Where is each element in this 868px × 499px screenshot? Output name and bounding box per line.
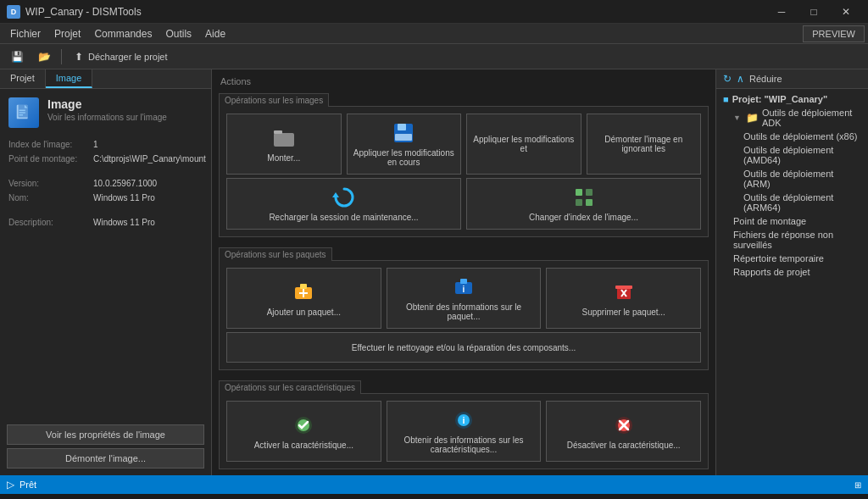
svg-rect-10 <box>395 134 412 141</box>
mount-label: Point de montage: <box>8 154 93 164</box>
desactiver-caract-button[interactable]: Désactiver la caractéristique... <box>546 401 701 462</box>
tab-image[interactable]: Image <box>46 69 93 88</box>
recharger-button[interactable]: Recharger la session de maintenance... <box>226 178 461 230</box>
appliquer-et-button[interactable]: Appliquer les modifications et <box>466 114 581 175</box>
packages-section-title: Opérations sur les paquets <box>219 247 332 261</box>
unmount-button[interactable]: Démonter l'image... <box>7 448 204 469</box>
svg-text:i: i <box>463 285 465 294</box>
tree-adk-arm-label: Outils de déploiement (ARM) <box>743 169 861 189</box>
tree-response-files[interactable]: Fichiers de réponse non surveillés <box>716 228 868 252</box>
decharger-button[interactable]: ⬆ Décharger le projet <box>67 47 173 66</box>
collapse-icon: ∧ <box>737 73 744 85</box>
svg-rect-7 <box>274 130 282 134</box>
tab-projet[interactable]: Projet <box>0 69 46 88</box>
demonter-ignorer-label: Démonter l'image en ignorant les <box>593 135 696 153</box>
features-row-1: Activer la caractéristique... i Obtenir … <box>226 401 701 462</box>
tree-adk-amd64-label: Outils de déploiement (AMD64) <box>743 145 861 165</box>
features-section-title: Opérations sur les caractéristiques <box>219 380 361 394</box>
properties-button[interactable]: Voir les propriétés de l'image <box>7 424 204 445</box>
tree-temp-dir-label: Répertoire temporaire <box>733 253 824 263</box>
changer-index-button[interactable]: Changer d'index de l'image... <box>466 178 701 230</box>
close-button[interactable]: ✕ <box>831 0 861 24</box>
svg-rect-15 <box>586 199 593 206</box>
info-sep-1 <box>8 169 203 179</box>
info-paquet-label: Obtenir des informations sur le paquet..… <box>392 302 536 321</box>
mount-value: C:\dtprojs\WIP_Canary\mount <box>93 154 206 164</box>
project-tree: ■ Projet: "WIP_Canary" ▼ 📁 Outils de dép… <box>716 89 868 475</box>
tree-mount-point[interactable]: Point de montage <box>716 214 868 228</box>
images-row-1: Monter... Appliquer les modifications en… <box>226 114 701 175</box>
tree-adk-arm64[interactable]: Outils de déploiement (ARM64) <box>716 191 868 214</box>
tree-root-label: Projet: "WIP_Canary" <box>732 94 828 104</box>
maximize-button[interactable]: □ <box>798 0 829 24</box>
images-section-title: Opérations sur les images <box>219 93 329 107</box>
menu-projet[interactable]: Projet <box>47 25 87 42</box>
demonter-ignorer-button[interactable]: Démonter l'image en ignorant les <box>587 114 702 175</box>
monter-button[interactable]: Monter... <box>226 114 342 175</box>
features-section: Opérations sur les caractéristiques Acti… <box>219 380 709 469</box>
menu-aide[interactable]: Aide <box>198 25 232 42</box>
tree-mount-point-label: Point de montage <box>733 216 806 226</box>
info-paquet-button[interactable]: i Obtenir des informations sur le paquet… <box>387 268 542 329</box>
reduire-label: Réduire <box>749 74 782 84</box>
tree-response-files-label: Fichiers de réponse non surveillés <box>733 230 861 250</box>
tree-adk-arm[interactable]: Outils de déploiement (ARM) <box>716 167 868 191</box>
name-row: Nom: Windows 11 Pro <box>8 193 203 202</box>
title-bar: D WIP_Canary - DISMTools ─ □ ✕ <box>0 0 868 24</box>
appliquer-cours-button[interactable]: Appliquer les modifications en cours <box>347 114 462 175</box>
image-title-block: Image Voir les informations sur l'image <box>47 97 167 122</box>
save-icon: 💾 <box>10 50 24 64</box>
nettoyage-button[interactable]: Effectuer le nettoyage et/ou la réparati… <box>226 332 701 363</box>
version-row: Version: 10.0.25967.1000 <box>8 179 203 188</box>
menu-bar: Fichier Projet Commandes Outils Aide PRE… <box>0 24 868 44</box>
tree-adk-amd64[interactable]: Outils de déploiement (AMD64) <box>716 143 868 167</box>
minimize-button[interactable]: ─ <box>766 0 797 24</box>
info-caract-button[interactable]: i Obtenir des informations sur les carac… <box>387 401 542 462</box>
toolbar-save-icon-btn[interactable]: 💾 <box>5 47 29 66</box>
index-value: 1 <box>93 140 98 149</box>
tree-project-reports-label: Rapports de projet <box>733 267 810 277</box>
images-section: Opérations sur les images Monter... Appl… <box>219 93 709 237</box>
svg-marker-11 <box>332 192 339 197</box>
tree-root-icon: ■ <box>723 94 729 104</box>
menu-fichier[interactable]: Fichier <box>3 25 47 42</box>
preview-button[interactable]: PREVIEW <box>803 25 865 42</box>
images-row-2: Recharger la session de maintenance... C… <box>226 178 701 230</box>
svg-rect-21 <box>460 279 467 284</box>
menu-outils[interactable]: Outils <box>159 25 198 42</box>
desc-row: Description: Windows 11 Pro <box>8 218 203 227</box>
svg-rect-14 <box>576 199 582 206</box>
desc-value: Windows 11 Pro <box>93 218 155 227</box>
tree-root[interactable]: ■ Projet: "WIP_Canary" <box>716 92 868 106</box>
ajouter-paquet-label: Ajouter un paquet... <box>267 308 341 317</box>
menu-commandes[interactable]: Commandes <box>87 25 159 42</box>
info-sep-2 <box>8 208 203 218</box>
mount-row: Point de montage: C:\dtprojs\WIP_Canary\… <box>8 154 203 164</box>
deactivate-icon <box>612 413 636 437</box>
tree-adk[interactable]: ▼ 📁 Outils de déploiement ADK <box>716 106 868 130</box>
supprimer-paquet-button[interactable]: Supprimer le paquet... <box>546 268 701 329</box>
ajouter-paquet-button[interactable]: Ajouter un paquet... <box>226 268 381 329</box>
tree-temp-dir[interactable]: Répertoire temporaire <box>716 252 868 265</box>
right-panel: ↻ ∧ Réduire ■ Projet: "WIP_Canary" ▼ 📁 O… <box>715 69 868 475</box>
activer-caract-label: Activer la caractéristique... <box>254 441 353 450</box>
monter-label: Monter... <box>267 153 300 163</box>
image-file-svg <box>14 103 33 122</box>
tree-project-reports[interactable]: Rapports de projet <box>716 265 868 279</box>
add-pkg-icon <box>292 280 315 304</box>
packages-section: Opérations sur les paquets Ajouter un pa… <box>219 247 709 370</box>
info-caract-label: Obtenir des informations sur les caracté… <box>392 435 536 454</box>
toolbar-open-icon-btn[interactable]: 📂 <box>32 47 56 66</box>
right-panel-header: ↻ ∧ Réduire <box>716 69 868 89</box>
image-info-section: Image Voir les informations sur l'image … <box>0 89 211 418</box>
feat-info-icon: i <box>452 408 476 432</box>
desactiver-caract-label: Désactiver la caractéristique... <box>567 441 681 450</box>
tree-adk-label: Outils de déploiement ADK <box>762 108 861 128</box>
decharger-label: Décharger le projet <box>88 52 168 62</box>
tree-adk-x86[interactable]: Outils de déploiement (x86) <box>716 130 868 143</box>
packages-row-2: Effectuer le nettoyage et/ou la réparati… <box>226 332 701 363</box>
packages-section-box: Ajouter un paquet... i Obtenir des infor… <box>219 260 709 370</box>
name-label: Nom: <box>8 193 93 202</box>
info-pkg-icon: i <box>452 275 476 299</box>
activer-caract-button[interactable]: Activer la caractéristique... <box>226 401 381 462</box>
